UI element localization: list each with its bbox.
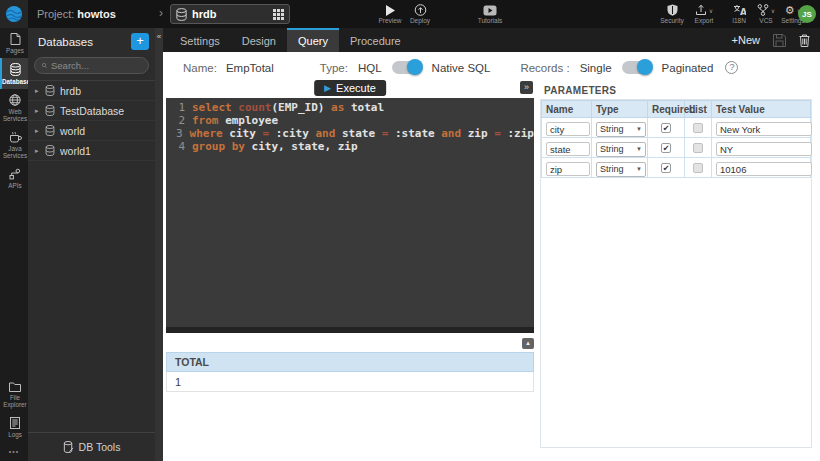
param-type-select[interactable]: String▼ <box>596 162 646 177</box>
sql-editor[interactable]: 1 select count(EMP_ID) as total 2 from e… <box>166 98 534 333</box>
col-header-test-value: Test Value <box>712 101 811 118</box>
tab-query[interactable]: Query <box>287 28 339 52</box>
rail-item-logs[interactable]: Logs <box>0 412 28 442</box>
rail-item-pages[interactable]: Pages <box>0 28 28 58</box>
editor-scrollbar[interactable] <box>166 327 534 333</box>
tree-item-world[interactable]: ▸ world <box>28 121 155 141</box>
param-name-input[interactable] <box>546 122 590 136</box>
expand-params-button[interactable]: » <box>520 81 533 94</box>
list-checkbox[interactable] <box>693 123 703 133</box>
required-checkbox[interactable]: ✔ <box>661 143 671 153</box>
panel-collapse-strip: « <box>155 28 163 461</box>
test-value-input[interactable] <box>716 122 812 136</box>
param-row-state: String▼ ✔ <box>542 138 811 158</box>
caret-down-icon: ▼ <box>636 166 642 172</box>
save-icon[interactable] <box>773 34 786 47</box>
search-input[interactable] <box>51 60 141 71</box>
param-type-select[interactable]: String▼ <box>596 142 646 157</box>
caret-down-icon: ∨ <box>771 7 775 14</box>
col-header-type: Type <box>592 101 648 118</box>
records-toggle[interactable] <box>622 61 652 74</box>
rail-more-button[interactable]: ••• <box>0 442 28 461</box>
tab-settings[interactable]: Settings <box>169 28 231 52</box>
breadcrumb-chevron-icon: › <box>159 6 163 20</box>
database-search[interactable] <box>34 57 149 74</box>
new-query-button[interactable]: +New <box>732 34 760 46</box>
left-rail: Pages Databases Web Services Java Servic… <box>0 28 28 461</box>
expand-chevron-icon[interactable]: ▸ <box>35 107 45 115</box>
records-on-label: Paginated <box>662 62 714 74</box>
coffee-cup-icon <box>2 131 28 143</box>
result-value-row: 1 <box>166 372 534 392</box>
project-breadcrumb: Project: howtos <box>37 8 116 20</box>
rail-item-databases[interactable]: Databases <box>0 58 28 89</box>
type-label: Type: <box>320 62 348 74</box>
page-icon <box>2 33 28 45</box>
expand-chevron-icon[interactable]: ▸ <box>35 87 45 95</box>
query-content: Name: EmpTotal Type: HQL Native SQL Reco… <box>163 52 820 461</box>
logo-icon <box>5 5 23 23</box>
user-avatar[interactable]: JS <box>798 5 816 23</box>
database-selector[interactable]: hrdb <box>170 4 290 24</box>
expand-chevron-icon[interactable]: ▸ <box>35 127 45 135</box>
required-checkbox[interactable]: ✔ <box>661 163 671 173</box>
param-type-select[interactable]: String▼ <box>596 122 646 137</box>
caret-down-icon: ▼ <box>636 126 642 132</box>
tab-procedure[interactable]: Procedure <box>339 28 412 52</box>
col-header-required: Required <box>648 101 685 118</box>
top-bar: Project: howtos › hrdb Preview Deploy Tu… <box>0 0 820 28</box>
line-number: 1 <box>166 101 192 114</box>
param-name-input[interactable] <box>546 142 590 156</box>
add-database-button[interactable]: + <box>131 33 149 50</box>
list-checkbox[interactable] <box>693 163 703 173</box>
line-number: 2 <box>166 114 192 127</box>
tree-item-hrdb[interactable]: ▸ hrdb <box>28 81 155 101</box>
help-icon[interactable]: ? <box>725 61 738 74</box>
param-row-city: String▼ ✔ <box>542 118 811 138</box>
preview-button[interactable]: Preview <box>376 4 404 24</box>
line-number: 4 <box>166 140 192 153</box>
records-label: Records : <box>520 62 569 74</box>
param-name-input[interactable] <box>546 162 590 176</box>
tab-design[interactable]: Design <box>231 28 287 52</box>
expand-chevron-icon[interactable]: ▸ <box>35 147 45 155</box>
rail-item-file-explorer[interactable]: File Explorer <box>0 377 28 412</box>
type-on-label: Native SQL <box>432 62 491 74</box>
main-area: Settings Design Query Procedure +New Nam… <box>163 28 820 461</box>
execute-button[interactable]: ▶ Execute <box>314 80 386 96</box>
collapse-panel-button[interactable]: « <box>155 32 163 41</box>
deploy-button[interactable]: Deploy <box>404 4 436 24</box>
i18n-button[interactable]: A I18N <box>726 4 752 24</box>
list-checkbox[interactable] <box>693 143 703 153</box>
collapse-results-button[interactable]: ▴ <box>522 338 534 349</box>
tutorials-button[interactable]: Tutorials <box>472 4 508 24</box>
records-off-label: Single <box>580 62 612 74</box>
tree-item-testdatabase[interactable]: ▸ TestDatabase <box>28 101 155 121</box>
security-button[interactable]: Security <box>655 4 689 24</box>
export-icon <box>695 4 707 16</box>
test-value-input[interactable] <box>716 162 812 176</box>
delete-icon[interactable] <box>799 34 810 47</box>
parameters-panel: Name Type Required List Test Value Strin… <box>540 99 812 448</box>
database-icon <box>45 85 55 96</box>
parameters-title: PARAMETERS <box>544 85 616 96</box>
query-name-value[interactable]: EmpTotal <box>226 62 274 74</box>
type-toggle[interactable] <box>392 61 422 74</box>
database-icon <box>45 105 55 116</box>
rail-item-web-services[interactable]: Web Services <box>0 89 28 126</box>
rail-item-java-services[interactable]: Java Services <box>0 126 28 163</box>
result-table: TOTAL 1 <box>166 352 534 392</box>
tab-bar: Settings Design Query Procedure +New <box>163 28 820 52</box>
project-label: Project: <box>37 8 74 20</box>
video-icon <box>472 4 508 16</box>
col-header-name: Name <box>542 101 592 118</box>
export-button[interactable]: ∨ Export <box>687 4 721 24</box>
grid-icon <box>273 9 284 20</box>
required-checkbox[interactable]: ✔ <box>661 123 671 133</box>
databases-panel: Databases + ▸ hrdb ▸ TestDatabase ▸ worl… <box>28 28 155 461</box>
test-value-input[interactable] <box>716 142 812 156</box>
caret-down-icon: ∨ <box>709 7 713 14</box>
tree-item-world1[interactable]: ▸ world1 <box>28 141 155 161</box>
rail-item-apis[interactable]: APIs <box>0 163 28 193</box>
db-tools-button[interactable]: DB Tools <box>28 432 155 461</box>
